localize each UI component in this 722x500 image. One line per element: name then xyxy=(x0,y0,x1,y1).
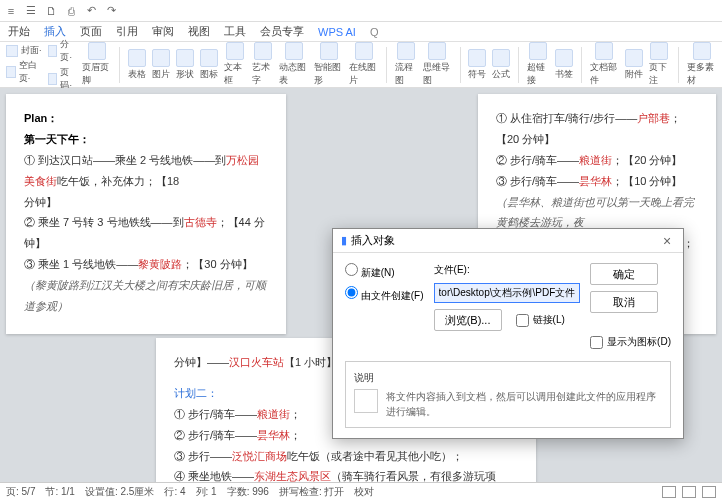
ribbon-wordart[interactable]: 艺术字 xyxy=(252,42,274,87)
ribbon-icon[interactable]: 图标 xyxy=(200,49,218,81)
chart-icon xyxy=(285,42,303,60)
pagenum-icon xyxy=(48,73,58,85)
picture-icon xyxy=(152,49,170,67)
tab-start[interactable]: 开始 xyxy=(8,24,30,39)
day1-heading: 第一天下午： xyxy=(24,133,90,145)
note-icon xyxy=(354,389,378,413)
titlebar: ≡ ☰ 🗋 ⎙ ↶ ↷ xyxy=(0,0,722,22)
footnote-icon xyxy=(650,42,668,60)
radio-group: 新建(N) 由文件创建(F) xyxy=(345,263,424,349)
iconset-icon xyxy=(200,49,218,67)
ribbon-chart[interactable]: 动态图表 xyxy=(279,42,308,87)
tab-member[interactable]: 会员专享 xyxy=(260,24,304,39)
doc-line: ③ 步行——泛悦汇商场吃午饭（或者途中看见其他小吃）； xyxy=(174,446,518,467)
ribbon-hyperlink[interactable]: 超链接 xyxy=(527,42,549,87)
attach-icon xyxy=(625,49,643,67)
view-web-icon[interactable] xyxy=(702,486,716,498)
status-line: 行: 4 xyxy=(164,485,185,499)
doc-line: ② 乘坐 7 号转 3 号地铁线——到古德寺；【44 分钟】 xyxy=(24,212,268,254)
menu-icon[interactable]: ≡ xyxy=(4,4,18,18)
close-icon[interactable]: × xyxy=(659,233,675,249)
ribbon-symbol[interactable]: 符号 xyxy=(468,49,486,81)
document-area: Plan： 第一天下午： ① 到达汉口站——乘坐 2 号线地铁——到万松园美食街… xyxy=(0,88,722,482)
doc-line: ④ 乘坐地铁——东湖生态风景区（骑车骑行看风景，有很多游玩项目，但 xyxy=(174,466,518,482)
tab-wps-ai[interactable]: WPS AI xyxy=(318,26,356,38)
cancel-button[interactable]: 取消 xyxy=(590,291,658,313)
redo-icon[interactable]: ↷ xyxy=(104,4,118,18)
file-path-input[interactable] xyxy=(434,283,581,303)
doc-line: ① 到达汉口站——乘坐 2 号线地铁——到万松园美食街吃午饭，补充体力；【18 xyxy=(24,150,268,192)
link-checkbox[interactable]: 链接(L) xyxy=(516,313,565,327)
ribbon-textbox[interactable]: 文本框 xyxy=(224,42,246,87)
radio-from-file[interactable]: 由文件创建(F) xyxy=(345,286,424,303)
note-text: 将文件内容插入到文档，然后可以调用创建此文件的应用程序进行编辑。 xyxy=(386,389,662,419)
note-box: 说明 将文件内容插入到文档，然后可以调用创建此文件的应用程序进行编辑。 xyxy=(345,361,671,428)
docparts-icon xyxy=(595,42,613,60)
ribbon-table[interactable]: 表格 xyxy=(128,49,146,81)
show-as-icon-checkbox[interactable]: 显示为图标(D) xyxy=(590,335,671,349)
symbol-icon xyxy=(468,49,486,67)
search-icon[interactable]: Q xyxy=(370,26,379,38)
undo-icon[interactable]: ↶ xyxy=(84,4,98,18)
ribbon-shape[interactable]: 形状 xyxy=(176,49,194,81)
ribbon-bookmark[interactable]: 书签 xyxy=(555,49,573,81)
ribbon-page-group: 分页· 页码· xyxy=(48,38,77,92)
bookmark-icon xyxy=(555,49,573,67)
tab-bar: 开始 插入 页面 引用 审阅 视图 工具 会员专享 WPS AI Q xyxy=(0,22,722,42)
more-icon xyxy=(693,42,711,60)
shape-icon xyxy=(176,49,194,67)
ribbon-docparts[interactable]: 文档部件 xyxy=(590,42,619,87)
browse-button[interactable]: 浏览(B)... xyxy=(434,309,502,331)
ribbon-formula[interactable]: 公式 xyxy=(492,49,510,81)
doc-line: ① 从住宿打车/骑行/步行——户部巷；【20 分钟】 xyxy=(496,108,698,150)
dialog-title: 插入对象 xyxy=(351,233,395,248)
new-icon[interactable]: 🗋 xyxy=(44,4,58,18)
doc-line: ③ 步行/骑车——昙华林；【10 分钟】 xyxy=(496,171,698,192)
ok-button[interactable]: 确定 xyxy=(590,263,658,285)
tab-tools[interactable]: 工具 xyxy=(224,24,246,39)
tab-review[interactable]: 审阅 xyxy=(152,24,174,39)
insert-object-dialog: ▮插入对象 × 新建(N) 由文件创建(F) 文件(E): 浏览(B). xyxy=(332,228,684,439)
ribbon-attachment[interactable]: 附件 xyxy=(625,49,643,81)
doc-line: ② 步行/骑车——粮道街；【20 分钟】 xyxy=(496,150,698,171)
table-icon xyxy=(128,49,146,67)
status-spell[interactable]: 拼写检查: 打开 xyxy=(279,485,345,499)
ribbon-more[interactable]: 更多素材 xyxy=(687,42,716,87)
textbox-icon xyxy=(226,42,244,60)
status-col: 列: 1 xyxy=(196,485,217,499)
print-icon[interactable]: ⎙ xyxy=(64,4,78,18)
ribbon-picture[interactable]: 图片 xyxy=(152,49,170,81)
dialog-titlebar: ▮插入对象 × xyxy=(333,229,683,253)
doc-line: 分钟】 xyxy=(24,192,268,213)
ribbon-smartart[interactable]: 智能图形 xyxy=(314,42,343,87)
home-icon[interactable]: ☰ xyxy=(24,4,38,18)
plan-heading: Plan： xyxy=(24,112,58,124)
status-section: 节: 1/1 xyxy=(45,485,74,499)
ribbon: 封面· 空白页· 分页· 页码· 页眉页脚 表格 图片 形状 图标 文本框 艺术… xyxy=(0,42,722,88)
ribbon-onlinepic[interactable]: 在线图片 xyxy=(349,42,378,87)
status-proof[interactable]: 校对 xyxy=(354,485,374,499)
statusbar: 页: 5/7 节: 1/1 设置值: 2.5厘米 行: 4 列: 1 字数: 9… xyxy=(0,482,722,500)
ribbon-cover-group: 封面· 空白页· xyxy=(6,44,42,85)
status-words[interactable]: 字数: 996 xyxy=(227,485,269,499)
ribbon-mindmap[interactable]: 思维导图 xyxy=(423,42,452,87)
doc-line: （黎黄陂路到江汉关大楼之间有宋庆龄旧居，可顺道参观） xyxy=(24,275,268,317)
smartart-icon xyxy=(320,42,338,60)
view-print-icon[interactable] xyxy=(662,486,676,498)
view-read-icon[interactable] xyxy=(682,486,696,498)
ribbon-footnote[interactable]: 页下注 xyxy=(649,42,671,87)
wordart-icon xyxy=(254,42,272,60)
ribbon-headerfooter[interactable]: 页眉页脚 xyxy=(82,42,111,87)
onlinepic-icon xyxy=(355,42,373,60)
tab-view[interactable]: 视图 xyxy=(188,24,210,39)
status-position: 设置值: 2.5厘米 xyxy=(85,485,154,499)
pagebreak-icon xyxy=(48,45,58,57)
tab-reference[interactable]: 引用 xyxy=(116,24,138,39)
link-icon xyxy=(529,42,547,60)
flowchart-icon xyxy=(397,42,415,60)
ribbon-flowchart[interactable]: 流程图 xyxy=(395,42,417,87)
page-left: Plan： 第一天下午： ① 到达汉口站——乘坐 2 号线地铁——到万松园美食街… xyxy=(6,94,286,334)
radio-new[interactable]: 新建(N) xyxy=(345,263,424,280)
tab-page[interactable]: 页面 xyxy=(80,24,102,39)
status-page[interactable]: 页: 5/7 xyxy=(6,485,35,499)
